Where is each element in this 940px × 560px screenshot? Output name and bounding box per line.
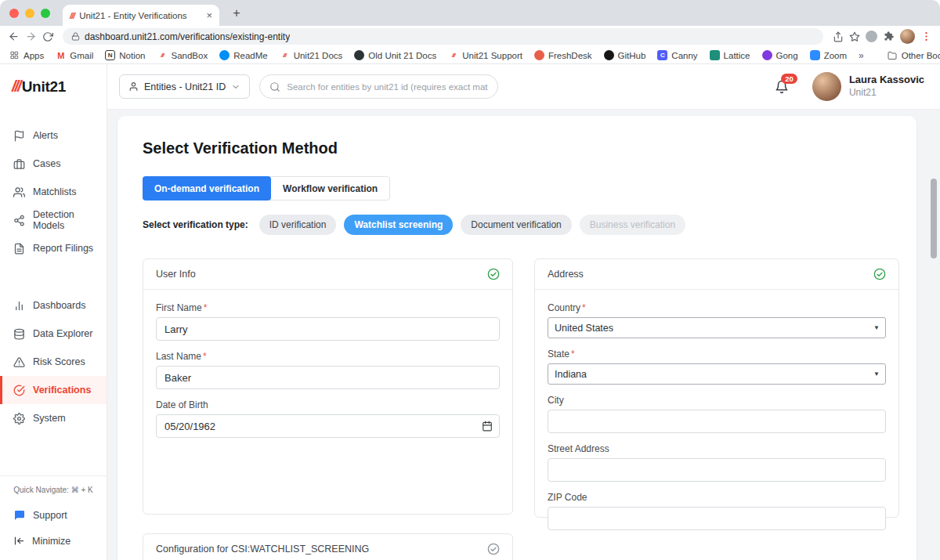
sidebar-item-dashboards[interactable]: Dashboards — [0, 291, 107, 320]
notifications-button[interactable]: 20 — [775, 80, 789, 94]
state-select[interactable]: Indiana ▼ — [548, 363, 886, 385]
bookmark-readme[interactable]: ReadMe — [219, 50, 267, 60]
sidebar-item-report-filings[interactable]: Report Filings — [0, 234, 107, 262]
bookmark-apps[interactable]: Apps — [9, 50, 44, 60]
zoom-window-button[interactable] — [41, 9, 50, 18]
bookmark-freshdesk[interactable]: FreshDesk — [534, 50, 592, 60]
bookmark-unit21-docs[interactable]: /// Unit21 Docs — [280, 50, 343, 60]
bookmark-gmail[interactable]: M Gmail — [56, 50, 93, 60]
address-bar[interactable]: dashboard.unit21.com/verifications/exist… — [63, 28, 823, 45]
city-input[interactable] — [548, 410, 886, 433]
other-bookmarks-button[interactable]: Other Bookmarks — [888, 50, 940, 60]
entity-search-input[interactable] — [287, 82, 488, 92]
bookmark-notion[interactable]: N Notion — [105, 50, 145, 60]
pill-document-verification[interactable]: Document verification — [461, 215, 571, 235]
entity-search[interactable] — [259, 74, 498, 99]
user-info-panel-body: First Name* Last Name* Date of Birth — [143, 290, 512, 461]
bookmark-zoom[interactable]: Zoom — [810, 50, 847, 60]
state-field: State* Indiana ▼ — [548, 349, 886, 385]
briefcase-icon — [13, 158, 25, 170]
last-name-input[interactable] — [156, 366, 500, 389]
browser-menu-icon[interactable] — [920, 31, 932, 42]
support-label: Support — [33, 510, 67, 521]
lock-icon — [71, 32, 80, 41]
app-header: Entities - Unit21 ID 20 Laura Kassovic U… — [107, 64, 940, 110]
share-icon[interactable] — [833, 31, 844, 42]
calendar-icon[interactable] — [482, 421, 493, 432]
sidebar-item-risk-scores[interactable]: Risk Scores — [0, 348, 107, 376]
bookmark-canny[interactable]: C Canny — [657, 50, 697, 60]
pill-id-verification[interactable]: ID verification — [259, 215, 337, 235]
readme-favicon-icon — [219, 50, 230, 60]
field-label: State* — [548, 349, 886, 359]
bookmark-star-icon[interactable] — [849, 31, 860, 42]
unit21-logo-text: Unit21 — [22, 78, 66, 96]
back-icon[interactable] — [8, 31, 20, 42]
country-select[interactable]: United States ▼ — [548, 317, 886, 338]
street-address-input[interactable] — [548, 458, 886, 482]
sidebar-item-label: Cases — [33, 158, 60, 169]
entity-type-dropdown[interactable]: Entities - Unit21 ID — [119, 74, 250, 99]
date-of-birth-input[interactable] — [156, 414, 500, 438]
close-window-button[interactable] — [9, 9, 19, 18]
bookmark-gong[interactable]: Gong — [762, 50, 798, 60]
sidebar-item-matchlists[interactable]: Matchlists — [0, 178, 107, 206]
reload-icon[interactable] — [42, 31, 53, 42]
bookmarks-overflow-icon[interactable]: » — [859, 50, 864, 61]
browser-profile-avatar[interactable] — [900, 29, 915, 44]
first-name-input[interactable] — [156, 317, 500, 341]
address-panel-header: Address — [535, 259, 898, 290]
puzzle-extensions-icon[interactable] — [883, 31, 895, 42]
search-icon — [269, 81, 280, 92]
sidebar-item-alerts[interactable]: Alerts — [0, 121, 107, 150]
sidebar-item-verifications[interactable]: Verifications — [0, 376, 107, 404]
minimize-window-button[interactable] — [25, 9, 34, 18]
user-org: Unit21 — [849, 87, 924, 99]
tab-close-icon[interactable]: × — [206, 10, 212, 20]
chevron-down-icon: ▼ — [873, 324, 880, 331]
bookmark-lattice[interactable]: Lattice — [710, 50, 750, 60]
unit21-logo[interactable]: /// Unit21 — [0, 64, 107, 96]
bookmark-old-unit21-docs[interactable]: Old Unit 21 Docs — [354, 50, 436, 60]
minimize-sidebar-button[interactable]: Minimize — [0, 528, 107, 554]
sidebar-item-label: Matchlists — [33, 186, 77, 197]
page-scrollbar[interactable] — [931, 179, 937, 258]
field-label: City — [548, 395, 886, 406]
bookmark-unit21-support[interactable]: /// Unit21 Support — [448, 50, 522, 60]
sidebar-item-detection-models[interactable]: Detection Models — [0, 206, 107, 234]
collapse-left-icon — [13, 535, 25, 547]
tab-workflow-verification[interactable]: Workflow verification — [269, 176, 390, 201]
browser-tab[interactable]: /// Unit21 - Entity Verifications × — [63, 5, 219, 26]
field-label: Street Address — [548, 443, 886, 454]
sidebar-item-data-explorer[interactable]: Data Explorer — [0, 320, 107, 348]
zip-code-input[interactable] — [548, 507, 886, 530]
sidebar-divider — [0, 475, 107, 476]
page-content: Select Verification Method On-demand ver… — [107, 110, 940, 560]
sidebar-item-cases[interactable]: Cases — [0, 150, 107, 178]
bookmark-github[interactable]: GitHub — [604, 50, 646, 60]
avatar[interactable] — [812, 72, 841, 101]
bookmark-sandbox[interactable]: /// SandBox — [157, 50, 208, 60]
sidebar-nav: Alerts Cases Matchlists Detection Models… — [0, 121, 107, 432]
user-icon — [128, 81, 139, 92]
user-info[interactable]: Laura Kassovic Unit21 — [849, 74, 924, 99]
sidebar-item-system[interactable]: System — [0, 404, 107, 432]
verification-type-label: Select verification type: — [143, 219, 248, 230]
tab-on-demand-verification[interactable]: On-demand verification — [143, 176, 271, 201]
tab-title: Unit21 - Entity Verifications — [79, 11, 201, 20]
new-tab-button[interactable]: + — [227, 6, 246, 20]
zoom-favicon-icon — [810, 50, 820, 60]
support-button[interactable]: Support — [0, 502, 107, 528]
country-field: Country* United States ▼ — [548, 302, 886, 338]
user-info-panel-header: User Info — [143, 259, 512, 290]
unit21-favicon-icon: /// — [70, 11, 74, 20]
tab-strip: /// Unit21 - Entity Verifications × + — [0, 0, 940, 26]
forward-icon[interactable] — [25, 31, 37, 42]
pill-watchlist-screening[interactable]: Watchlist screening — [344, 215, 453, 235]
chevron-down-icon: ▼ — [873, 370, 880, 378]
extension-icon[interactable] — [866, 31, 877, 42]
network-icon — [13, 215, 25, 226]
sidebar-bottom: Quick Navigate: ⌘ + K Support Minimize — [0, 475, 107, 560]
gmail-favicon-icon: M — [56, 50, 66, 60]
folder-icon — [888, 50, 898, 60]
